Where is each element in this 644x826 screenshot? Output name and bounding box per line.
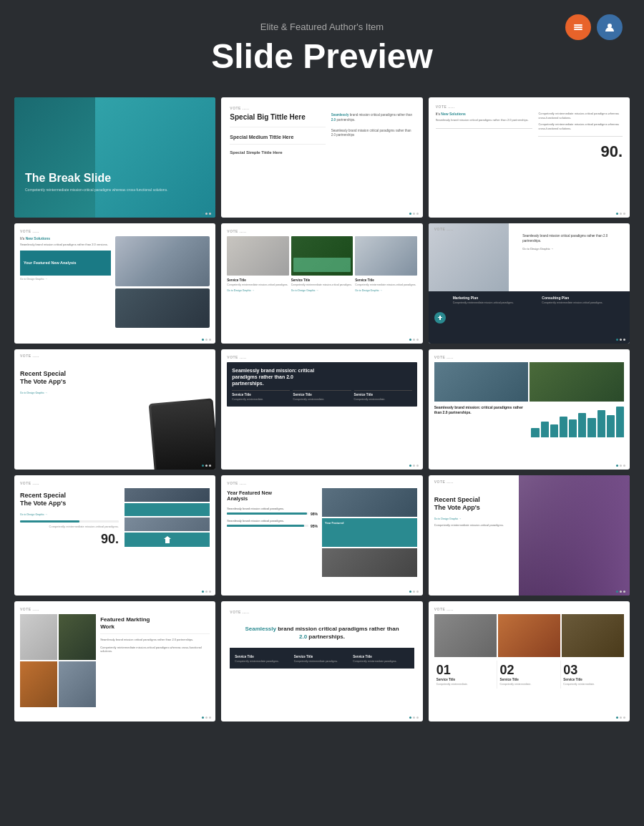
prog-fill-2 xyxy=(227,525,304,527)
num-text-3: Competently reintermediate. xyxy=(563,683,622,686)
slide-11: VOTE ..... Year Featured New Analysis Se… xyxy=(221,475,422,596)
big-title: Special Big Tittle Here xyxy=(230,113,326,127)
highlight: Seamlessly xyxy=(245,626,276,632)
slide-10-left: Recent Special The Vote App's Go to Desi… xyxy=(20,488,119,547)
slide-10-progress-area: Competently reintermediate mission-criti… xyxy=(20,520,119,528)
bar-chart xyxy=(531,405,624,437)
slide-5-nav xyxy=(409,339,419,341)
slide-6: VOTE ..... Seamlessly brand mission crit… xyxy=(429,223,630,344)
nav-dot xyxy=(413,465,415,467)
break-slide-title: The Break Slide xyxy=(25,172,168,185)
num-title-2: Service Title xyxy=(499,678,558,681)
slide-4: VOTE ..... It's New Solutions Seamlessly… xyxy=(14,223,215,344)
service-col-3: Service Title Competently reintermediate… xyxy=(355,278,416,292)
slide-9-title: Seamlessly brand mission: critical parad… xyxy=(434,405,527,414)
nav-dot xyxy=(620,465,622,467)
new-highlight: New Solutions xyxy=(26,236,50,240)
top-img-2 xyxy=(530,362,624,402)
num-3: 03 xyxy=(563,663,622,678)
nav-dot xyxy=(202,591,204,593)
slide-12: VOTE ..... Recent Special The Vote App's… xyxy=(429,475,630,596)
slide-11-img-bottom xyxy=(322,548,417,577)
slide-7-nav xyxy=(202,465,211,467)
bar-2 xyxy=(541,422,549,438)
slide-6-bottom: Marketing Plan Competently reintermediat… xyxy=(429,291,630,344)
slide-7-title: Recent Special The Vote App's xyxy=(20,370,210,386)
prog-track xyxy=(227,512,308,515)
highlight: Seamlessly xyxy=(331,113,349,117)
slide-1-bg xyxy=(95,97,216,218)
slide-8-svc-2: Service Title Competently reintermediate… xyxy=(293,390,351,402)
collage-img-1 xyxy=(20,614,57,660)
nav-dot xyxy=(416,716,419,719)
slide-4-img-bottom xyxy=(115,288,210,328)
nav-dot xyxy=(416,213,419,215)
slide-1-figure xyxy=(95,97,216,218)
prog-fill xyxy=(227,512,306,515)
slide-13-content: Featured Markting Work Seamlessly brand … xyxy=(20,614,210,707)
service-col-1: Service Title Competently reintermediate… xyxy=(227,278,288,292)
nav-dot xyxy=(623,591,625,593)
slide-11-right: Year Featured xyxy=(322,488,417,577)
col2-text: Competently reintermediate mission-criti… xyxy=(542,301,625,305)
slide-11-desc1: Seamlessly brand mission critical paradi… xyxy=(227,507,318,510)
nav-dot xyxy=(202,339,204,341)
slide-4-left: It's New Solutions Seamlessly brand miss… xyxy=(20,236,111,328)
svc2-text: Competently reintermediate paradigms. xyxy=(294,660,350,664)
vote-label: VOTE ..... xyxy=(230,106,414,110)
slide-11-nav xyxy=(409,591,419,593)
slide-13-desc: Competently reintermediate mission-criti… xyxy=(100,646,210,653)
slide-4-cta: Go to Design Graphic → xyxy=(20,278,111,281)
slide-6-col-2: Consulting Plan Competently reintermedia… xyxy=(542,296,625,339)
vote-label: VOTE ..... xyxy=(20,607,210,611)
col1-title: Marketing Plan xyxy=(453,296,537,300)
slide-6-right-text: Seamlessly brand mission critical paradi… xyxy=(522,234,626,244)
break-slide-sub: Competently reintermediate mission-criti… xyxy=(25,188,168,193)
slide-grid: The Break Slide Competently reintermedia… xyxy=(0,90,644,736)
slide-2: VOTE ..... Special Big Tittle Here Speci… xyxy=(221,97,422,218)
slide-7-content: Recent Special The Vote App's Go to Desi… xyxy=(14,361,215,400)
svg-rect-1 xyxy=(574,26,582,28)
nav-dot xyxy=(623,465,625,467)
nav-dot xyxy=(620,591,622,593)
highlight-2: 2.0 xyxy=(299,633,307,640)
nav-dot xyxy=(623,213,625,215)
progress-row-2: 95% xyxy=(227,524,318,528)
slide-12-desc: Competently reintermediate mission-criti… xyxy=(434,523,530,528)
slide-7: VOTE ..... Recent Special The Vote App's… xyxy=(14,349,215,470)
header: Elite & Featured Author's Item Slide Pre… xyxy=(0,0,644,90)
vote-label: VOTE ..... xyxy=(20,229,210,233)
slide-2-right: Seamlessly brand mission critical paradi… xyxy=(331,113,414,155)
progress-row-1: 98% xyxy=(227,512,318,516)
nav-dot xyxy=(202,213,204,215)
service-desc-3: Competently reintermediate mission-criti… xyxy=(355,283,416,287)
service-desc-1: Competently reintermediate mission-criti… xyxy=(227,283,288,287)
slide-1: The Break Slide Competently reintermedia… xyxy=(14,97,215,218)
slide-3-right-text: Competently reintermediate mission-criti… xyxy=(538,112,623,120)
nav-dot xyxy=(205,716,208,719)
highlight-num: 2.0 xyxy=(331,118,336,122)
slide-5-services: Service Title Competently reintermediate… xyxy=(227,278,416,292)
nav-dot xyxy=(202,465,204,467)
new-highlight: New Solutions xyxy=(441,112,465,116)
vote-label: VOTE ..... xyxy=(434,607,624,611)
teal-label: Year Featured xyxy=(322,518,417,528)
nav-dot xyxy=(202,716,204,719)
slide-7-cta: Go to Design Graphic → xyxy=(20,392,210,394)
svc2-title: Service Title xyxy=(293,390,351,397)
slide-10-content: Recent Special The Vote App's Go to Desi… xyxy=(20,488,210,547)
slide-2-content: Special Big Tittle Here Special Medium T… xyxy=(230,113,414,155)
slide-10-cta: Go to Design Graphic → xyxy=(20,513,119,516)
slide-9: VOTE ..... Seamlessly brand mission: cri… xyxy=(429,349,630,470)
slide-4-content: It's New Solutions Seamlessly brand miss… xyxy=(20,236,210,328)
svc1-text: Competently reintermediate paradigms. xyxy=(235,660,291,664)
slide-14-dark: Service Title Competently reintermediate… xyxy=(230,648,414,669)
svc2-title: Service Title xyxy=(294,653,350,659)
divider2 xyxy=(538,136,623,137)
nav-dot xyxy=(416,465,419,467)
nav-dot xyxy=(616,339,618,341)
bar-10 xyxy=(616,407,624,437)
header-icons xyxy=(565,14,623,40)
nav-dot xyxy=(209,591,211,593)
arch-img xyxy=(429,223,509,291)
